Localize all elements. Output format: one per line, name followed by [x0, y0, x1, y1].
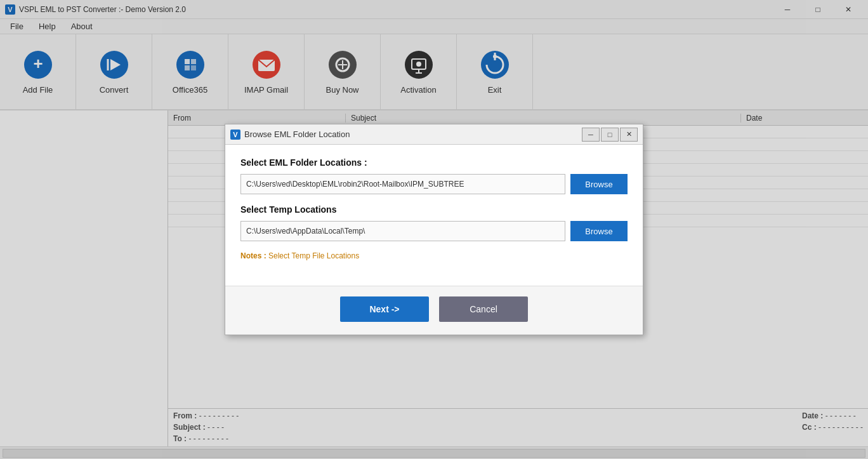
- next-button[interactable]: Next ->: [340, 296, 429, 322]
- temp-path-input[interactable]: [240, 221, 565, 241]
- modal-close-button[interactable]: ✕: [620, 128, 638, 142]
- modal-titlebar: V Browse EML Folder Location ─ □ ✕: [225, 124, 643, 145]
- temp-section-title: Select Temp Locations: [240, 204, 628, 215]
- eml-input-row: Browse: [240, 174, 628, 194]
- modal-maximize-button[interactable]: □: [601, 128, 619, 142]
- notes-content: Select Temp File Locations: [268, 251, 359, 260]
- modal-title-left: V Browse EML Folder Location: [230, 130, 350, 140]
- modal-body: Select EML Folder Locations : Browse Sel…: [225, 145, 643, 286]
- modal-logo: V: [230, 130, 240, 140]
- temp-browse-button[interactable]: Browse: [570, 221, 628, 241]
- modal-minimize-button[interactable]: ─: [582, 128, 600, 142]
- modal-footer: Next -> Cancel: [225, 286, 643, 335]
- eml-section-title: Select EML Folder Locations :: [240, 157, 628, 168]
- modal-controls: ─ □ ✕: [582, 128, 638, 142]
- modal-title: Browse EML Folder Location: [244, 130, 350, 139]
- browse-eml-dialog: V Browse EML Folder Location ─ □ ✕ Selec…: [225, 124, 643, 335]
- modal-overlay: V Browse EML Folder Location ─ □ ✕ Selec…: [0, 0, 868, 459]
- eml-browse-button[interactable]: Browse: [570, 174, 628, 194]
- temp-input-row: Browse: [240, 221, 628, 241]
- notes-label: Notes :: [240, 251, 266, 260]
- cancel-button[interactable]: Cancel: [439, 296, 528, 322]
- eml-path-input[interactable]: [240, 174, 565, 194]
- notes-text: Notes : Select Temp File Locations: [240, 251, 628, 260]
